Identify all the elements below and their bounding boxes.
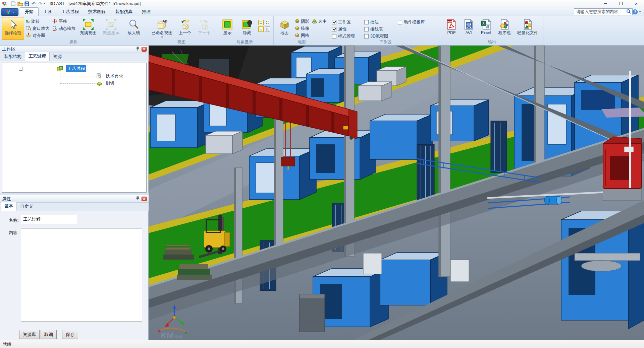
selected-icon [312,19,317,24]
mirror-button[interactable]: 镜像 [294,25,310,32]
tech-requirements-icon [97,73,102,80]
tab-tools[interactable]: 工具 [39,8,57,16]
redo-icon[interactable]: ↷ [37,1,44,7]
svg-text:Soft: Soft [174,334,183,339]
tab-resources[interactable]: 资源 [50,53,65,61]
next-view-button[interactable]: 下一个 [195,17,214,40]
window-zoom-button[interactable]: 窗口放大 [25,25,50,32]
dynamic-zoom-button[interactable]: 动态缩放 [51,25,76,32]
status-text: 就绪 [3,341,11,347]
checkbox-wiring-table[interactable]: 接线表 [364,26,396,33]
selected-button[interactable]: 选中 [311,18,328,25]
tab-assembly-structure[interactable]: 装配结构 [1,53,25,61]
app-menu-button[interactable]: ▾ [1,8,18,16]
tab-basic[interactable]: 基本 [1,202,17,211]
ribbon-group-workspace: 工作区 批注 动作模板库 属性 接线表 样式管理 3D流程图 工作区 [330,16,441,45]
pan-button[interactable]: 平移 [51,18,76,25]
tree-node-section-cut[interactable]: 剖切 [2,80,146,87]
export-avi-button[interactable]: AVI [461,17,477,40]
checkbox-style-manage[interactable]: 样式管理 [332,33,363,40]
save-icon[interactable] [23,1,30,7]
ground-cube-icon [279,18,290,31]
resource-library-button[interactable]: 资源库 [19,330,40,339]
rotate-button[interactable]: ↻ 旋转 [25,18,50,25]
group-label-output: 输出 [441,39,543,45]
checkbox-annotation[interactable]: 批注 [364,19,396,26]
left-panel: 工作区 x 装配结构 工艺过程 资源 − 工艺过程 技术要求 [0,46,149,340]
tree-node-root[interactable]: − 工艺过程 [2,65,146,72]
display-toggle-1-icon[interactable] [258,20,264,25]
properties-panel-header: 属性 x [0,195,149,203]
ribbon-tab-row: ▾ 开始 工具 工艺过程 技术图解 装配仿真 推理 ? ▾ [0,7,644,16]
show-button[interactable]: 显示 [218,17,237,40]
display-toggle-3-icon[interactable] [258,26,264,32]
hide-button[interactable]: 隐藏 [237,17,256,40]
export-excel-button[interactable]: X Excel [477,17,495,40]
checkbox-3d-flowchart[interactable]: 3D流程图 [364,33,396,40]
fit-view-button[interactable]: 充满视图 [77,17,99,40]
export-lightweight-button[interactable]: 轻量化文件 [514,17,541,40]
close-button[interactable]: × [629,0,644,7]
tab-process-tree[interactable]: 工艺过程 [25,52,50,61]
properties-close-icon[interactable]: x [142,197,147,201]
tab-tech-diagram[interactable]: 技术图解 [84,8,110,16]
new-file-icon[interactable] [10,1,17,7]
named-views-button[interactable]: AB 已命名视图 ▼ [149,17,175,40]
cursor-icon [8,18,18,31]
undo-icon[interactable]: ↶ [30,1,37,7]
search-input[interactable] [574,8,633,15]
group-label-view: 视图 [147,39,216,45]
tab-process[interactable]: 工艺过程 [57,8,84,16]
minimize-button[interactable] [598,0,613,7]
process-tree[interactable]: − 工艺过程 技术要求 剖切 [2,63,147,193]
align-face-button[interactable]: 对齐面 [25,32,50,39]
focus-display-button[interactable]: 聚焦显示 [100,17,122,40]
select-pick-button[interactable]: 选择拾取 [2,17,24,40]
window-title: 3D AST - [wd429车间布局文件1-51new.kmapd] [50,1,141,7]
tree-node-tech-requirements[interactable]: 技术要求 [2,72,146,80]
package-icon [499,18,510,31]
open-file-icon[interactable] [17,1,23,7]
shadow-button[interactable]: 阴影 [294,18,310,25]
shadow-icon [295,19,300,24]
display-toggle-2-icon[interactable] [265,20,270,25]
pin-icon[interactable] [136,196,140,202]
maximize-button[interactable] [613,0,629,7]
save-button[interactable]: 保存 [62,330,78,339]
help-icon[interactable]: ? [633,9,638,14]
grid-button[interactable]: 网格 [294,32,310,39]
magnifier-button[interactable]: 放大镜 [123,17,145,40]
next-view-icon [199,18,210,31]
pin-icon[interactable] [136,47,140,52]
group-label-operate: 操作 [0,39,147,45]
pick-word-button[interactable]: 取词 [41,330,57,339]
tree-expander-icon[interactable]: − [19,67,22,71]
workspace-close-icon[interactable]: x [142,47,147,52]
export-package-button[interactable]: 程序包 [495,17,514,40]
tab-custom[interactable]: 自定义 [17,202,37,211]
divider [9,1,9,6]
ground-button[interactable]: 地面 [276,17,293,40]
display-toggle-4-icon[interactable] [265,26,270,32]
checkbox-properties[interactable]: 属性 [332,26,363,33]
previous-view-button[interactable]: 上一个 [175,17,194,40]
tab-reasoning[interactable]: 推理 [137,8,155,16]
magnifier-icon [128,18,140,31]
ribbon-group-operate: 选择拾取 ↻ 旋转 窗口放大 对齐面 [0,16,147,45]
search-icon[interactable] [626,9,631,15]
checkbox-workspace[interactable]: 工作区 [332,19,363,26]
properties-panel-title: 属性 [2,196,11,202]
tab-assembly-sim[interactable]: 装配仿真 [110,8,137,16]
rotate-icon: ↻ [26,19,30,24]
checkbox-action-template-lib[interactable]: 动作模板库 [398,19,439,26]
panel-splitter[interactable] [0,193,149,195]
3d-viewport[interactable]: KM Soft [149,46,644,340]
export-pdf-button[interactable]: PDF PDF [443,17,460,40]
help-caret-icon[interactable]: ▾ [639,10,641,13]
tab-home[interactable]: 开始 [20,7,39,16]
name-input[interactable] [21,215,77,224]
quick-access-caret-icon[interactable]: ▾ [44,2,45,5]
content-textarea[interactable] [21,228,142,322]
align-face-icon [26,32,31,39]
mirror-icon [295,26,300,31]
